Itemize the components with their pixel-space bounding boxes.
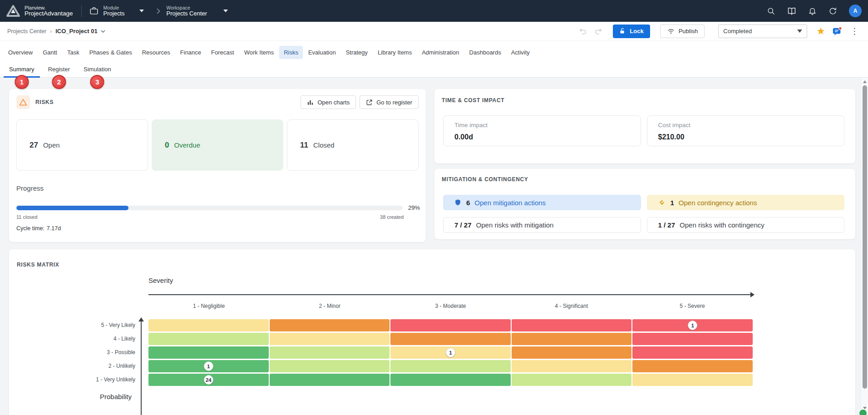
matrix-cell-r3-c3[interactable] (512, 360, 632, 372)
module-value: Projects (104, 10, 125, 17)
help-book-icon[interactable] (787, 6, 796, 15)
matrix-cell-r0-c0[interactable] (148, 319, 269, 331)
annotation-badge-2: 2 (52, 75, 66, 89)
matrix-cell-r4-c2[interactable] (390, 374, 511, 386)
ratio-label: Open risks with mitigation (476, 221, 554, 229)
matrix-cell-r4-c3[interactable] (512, 374, 632, 386)
matrix-cell-r2-c2[interactable]: 1 (390, 346, 511, 359)
module-switcher[interactable]: Module Projects (89, 5, 144, 17)
matrix-count-badge: 24 (204, 375, 213, 385)
matrix-cell-r0-c4[interactable]: 1 (632, 319, 753, 331)
matrix-cell-r0-c2[interactable] (390, 319, 511, 331)
matrix-cell-r1-c3[interactable] (512, 333, 632, 345)
risks-panel: RISKS Open charts Go to register 27Open0… (9, 89, 426, 242)
tab-administration[interactable]: Administration (417, 46, 464, 59)
tab-finance[interactable]: Finance (176, 46, 206, 59)
probability-axis-arrow (141, 318, 142, 415)
workspace-switcher[interactable]: Workspace Projects Center (167, 5, 228, 17)
search-icon[interactable] (767, 7, 775, 15)
breadcrumb: Projects Center › ICO_Project 01 Lock (0, 22, 868, 41)
undo-icon[interactable] (578, 27, 587, 35)
matrix-row-label-4-likely: 4 - Likely (9, 333, 135, 346)
matrix-cell-r1-c2[interactable] (390, 333, 511, 345)
chat-widget-dot[interactable] (858, 409, 868, 415)
tab-forecast[interactable]: Forecast (207, 46, 239, 59)
matrix-cell-r3-c1[interactable] (270, 360, 390, 372)
impact-label: Time impact (454, 122, 641, 128)
subtab-simulation[interactable]: Simulation3 (78, 64, 117, 78)
matrix-cell-r0-c3[interactable] (512, 319, 632, 331)
matrix-cell-r1-c1[interactable] (270, 333, 390, 345)
vertical-scrollbar[interactable] (861, 78, 868, 415)
risk-stat-closed[interactable]: 11Closed (287, 119, 419, 171)
tab-dashboards[interactable]: Dashboards (465, 46, 506, 59)
scrollbar-thumb[interactable] (863, 85, 867, 389)
mitigation-panel-title: MITIGATION & CONTINGENCY (442, 176, 528, 183)
tab-library-items[interactable]: Library Items (373, 46, 416, 59)
tab-work-items[interactable]: Work Items (240, 46, 279, 59)
matrix-cell-r4-c0[interactable]: 24 (148, 374, 269, 386)
breadcrumb-parent[interactable]: Projects Center (7, 28, 46, 35)
annotation-badge-1: 1 (15, 75, 29, 89)
matrix-column-labels: 1 - Negligible2 - Minor3 - Moderate4 - S… (148, 303, 753, 309)
time-impact-box: Time impact0.00d (443, 115, 641, 146)
severity-axis-label: Severity (148, 277, 173, 284)
refresh-icon[interactable] (829, 7, 837, 15)
tab-overview[interactable]: Overview (4, 46, 37, 59)
chevron-down-icon (223, 10, 228, 12)
mitigation-contingency-panel: MITIGATION & CONTINGENCY 6Open mitigatio… (434, 169, 855, 239)
matrix-cell-r3-c0[interactable]: 1 (148, 360, 269, 372)
tab-phases-gates[interactable]: Phases & Gates (85, 46, 137, 59)
matrix-cell-r2-c4[interactable] (632, 346, 753, 359)
project-menu-caret-icon[interactable] (101, 30, 105, 33)
publish-button[interactable]: Publish (660, 25, 705, 38)
go-to-register-button[interactable]: Go to register (360, 95, 419, 109)
cycle-time-value: 7.17d (47, 225, 61, 232)
matrix-cell-r4-c4[interactable] (632, 374, 753, 386)
tab-task[interactable]: Task (63, 46, 84, 59)
matrix-cell-r1-c0[interactable] (148, 333, 269, 345)
status-dropdown[interactable]: Completed (718, 25, 807, 38)
comments-icon[interactable] (832, 26, 842, 36)
matrix-cell-r4-c1[interactable] (270, 374, 390, 386)
tab-evaluation[interactable]: Evaluation (304, 46, 340, 59)
matrix-row-label-3-possible: 3 - Possible (9, 346, 135, 360)
user-avatar[interactable]: A (849, 5, 862, 17)
matrix-cell-r2-c0[interactable] (148, 346, 269, 359)
open-mitigation-actions-pill[interactable]: 6Open mitigation actions (443, 195, 641, 210)
redo-icon[interactable] (594, 27, 603, 35)
cycle-time-label: Cycle time: (16, 225, 44, 232)
probability-axis-label: Probability (9, 393, 132, 400)
matrix-cell-r1-c4[interactable] (632, 333, 753, 345)
risk-stat-open[interactable]: 27Open (16, 119, 148, 171)
matrix-cell-r3-c2[interactable] (390, 360, 511, 372)
lock-button[interactable]: Lock (613, 25, 650, 38)
tab-gantt[interactable]: Gantt (38, 46, 62, 59)
favorite-star-icon[interactable]: ★ (816, 26, 825, 36)
brand-title: Planview. ProjectAdvantage (25, 5, 73, 17)
open-charts-button[interactable]: Open charts (301, 95, 356, 109)
open-contingency-actions-pill[interactable]: 1Open contingency actions (647, 195, 845, 210)
more-options-kebab-icon[interactable]: ⋮ (848, 26, 861, 36)
cost-impact-box: Cost impact$210.00 (647, 115, 845, 146)
tab-risks[interactable]: Risks (279, 46, 303, 59)
tab-resources[interactable]: Resources (138, 46, 175, 59)
notifications-bell-icon[interactable] (808, 6, 817, 15)
matrix-cell-r0-c1[interactable] (270, 319, 390, 331)
status-value: Completed (723, 28, 752, 35)
matrix-cell-r2-c3[interactable] (512, 346, 632, 359)
matrix-cell-r2-c1[interactable] (270, 346, 390, 359)
annotation-badge-3: 3 (90, 75, 104, 89)
subtab-summary[interactable]: Summary1 (4, 64, 40, 78)
time-cost-impact-panel: TIME & COST IMPACT Time impact0.00dCost … (434, 89, 855, 163)
subtab-register[interactable]: Register2 (43, 64, 75, 78)
open-risks-with-contingency-box: 1 / 27Open risks with contingency (647, 217, 845, 233)
scroll-up-arrow-icon[interactable] (863, 80, 867, 83)
tab-activity[interactable]: Activity (507, 46, 534, 59)
matrix-col-label-1-negligible: 1 - Negligible (148, 303, 269, 309)
highlight-count: 6 (466, 199, 470, 207)
matrix-cell-r3-c4[interactable] (632, 360, 753, 372)
progress-fill (16, 206, 128, 210)
risk-stat-overdue[interactable]: 0Overdue (152, 119, 283, 171)
tab-strategy[interactable]: Strategy (341, 46, 372, 59)
